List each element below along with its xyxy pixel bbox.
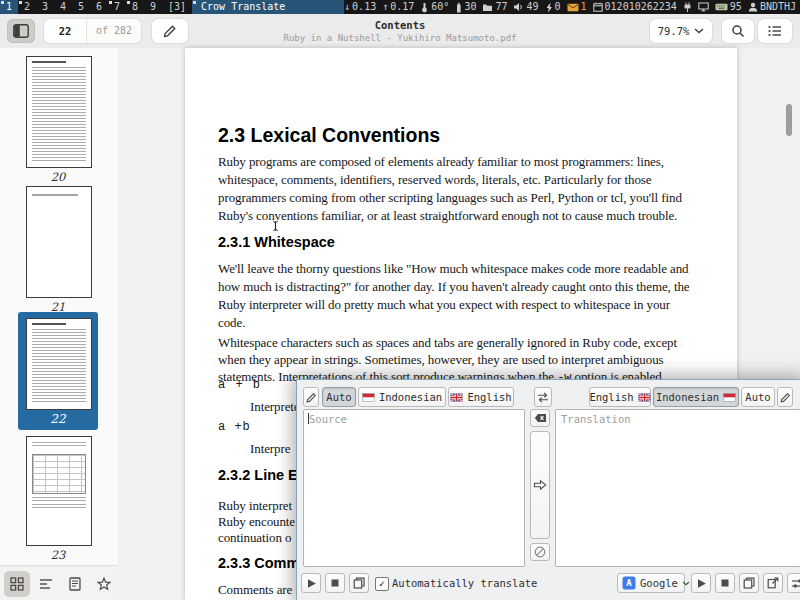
translate-button[interactable] [530,431,550,539]
sliders-icon [791,578,800,589]
keyboard-status: 95 [715,0,742,14]
copy-source-button[interactable] [349,573,369,593]
backspace-clear-icon [534,413,547,423]
stop-source-button[interactable] [325,573,345,593]
arrow-right-icon [533,478,547,492]
page-total-label: of 282 [86,19,141,43]
menu-list-icon [768,25,782,37]
source-lang-english-button[interactable]: English [448,387,514,407]
zoom-dropdown[interactable]: 79.7% [650,19,712,43]
disk-status: 77 [482,0,507,14]
battery-icon [455,2,462,13]
workspace-1[interactable]: 1 [0,0,18,14]
workspace-4[interactable]: 4 [54,0,72,14]
annotations-view-button[interactable] [62,571,88,597]
paragraph-line: We'll leave the thorny questions like "H… [218,261,688,277]
paragraph-line: Ruby's conventions familiar, or at least… [218,208,677,224]
stop-icon [330,578,340,588]
workspace-7[interactable]: 7 [108,0,126,14]
copy-to-source-button[interactable] [763,573,783,593]
swap-arrows-icon [537,392,549,403]
pencil-icon [306,392,317,403]
document-title: Contents [284,19,517,31]
workspace-8[interactable]: 8 [126,0,144,14]
grid-icon [10,577,24,591]
play-icon [306,578,317,589]
thumbnail-page-22[interactable] [26,318,92,410]
workspace-3[interactable]: 3 [36,0,54,14]
clear-source-button[interactable] [530,409,550,427]
calendar-icon [593,2,603,12]
translation-textarea[interactable] [555,409,800,567]
swap-languages-button[interactable] [534,387,552,407]
target-lang-english-button[interactable]: English [589,387,651,407]
stop-icon [720,578,730,588]
user-icon [748,2,758,12]
focused-window-title[interactable]: Crow Translate [192,0,344,14]
thumbnail-page-21[interactable] [26,186,92,298]
cancel-translation-button[interactable] [530,543,550,561]
thumbnail-sidebar: 20 21 22 23 [0,48,119,600]
google-translate-icon: A [622,576,636,590]
speak-source-button[interactable] [301,573,321,593]
auto-translate-label: Automatically translate [392,577,537,589]
paragraph-line: code. [218,315,245,331]
code-line: a + b [218,378,262,392]
vertical-scrollbar-thumb[interactable] [786,104,792,136]
sidebar-toggle-button[interactable] [7,19,35,43]
power-status: 0 [545,0,561,14]
target-edit-language-button[interactable] [777,387,793,407]
star-icon [97,577,111,591]
outline-view-button[interactable] [33,571,59,597]
user-status: BNDTHJ [748,0,796,14]
settings-button[interactable] [787,573,800,593]
chevron-down-icon [682,581,690,586]
copy-icon [353,577,365,589]
thumbnail-table [32,454,86,494]
layout-indicator[interactable]: [3] [162,0,192,14]
page-number-input[interactable]: 22 [44,19,86,43]
paragraph-line: whitespace, comments, identifiers, reser… [218,172,651,188]
text-caret [308,413,309,424]
bookmarks-view-button[interactable] [91,571,117,597]
paragraph-line: how much is distracting?" for another da… [218,279,690,295]
mail-status: 1 [567,0,587,14]
source-lang-indonesian-button[interactable]: Indonesian [358,387,446,407]
envelope-icon [567,3,579,12]
code-line: a +b [218,420,251,434]
paragraph-line-partial: Comments are [218,582,292,598]
annotate-button[interactable] [152,19,188,43]
source-edit-language-button[interactable] [303,387,319,407]
thumbnail-page-23[interactable] [26,436,92,546]
workspace-5[interactable]: 5 [72,0,90,14]
workspace-6[interactable]: 6 [90,0,108,14]
workspace-2[interactable]: 2 [18,0,36,14]
source-lang-auto-button[interactable]: Auto [322,387,356,407]
search-button[interactable] [722,19,754,43]
menu-button[interactable] [758,19,792,43]
text-cursor-ibeam [272,220,279,232]
datetime-status: 012010262234 [593,0,677,14]
thumbnail-page-20[interactable] [26,56,92,168]
copy-translation-button[interactable] [739,573,759,593]
paragraph-line: Whitespace characters such as spaces and… [218,335,677,351]
auto-translate-checkbox[interactable]: ✓ [375,577,389,591]
viewer-header-bar: 22 of 282 Contents Ruby in a Nutshell - … [0,14,800,49]
thumbnails-view-button[interactable] [4,571,30,597]
subsection-heading-partial: 2.3.2 Line En [218,467,307,483]
speak-translation-button[interactable] [691,573,711,593]
play-icon [696,578,707,589]
page-number-group: 22 of 282 [44,19,141,43]
crow-translate-window: Auto Indonesian English English Indonesi… [296,379,800,600]
engine-dropdown[interactable]: A Google [617,573,685,593]
workspace-9[interactable]: 9 [144,0,162,14]
temperature-status: 60° [420,0,449,14]
source-textarea[interactable] [303,409,525,567]
document-title-block: Contents Ruby in a Nutshell - Yukihiro M… [284,19,517,43]
pencil-icon [163,24,177,38]
export-icon [767,577,779,589]
paragraph-line: Ruby programs are composed of elements a… [218,154,664,170]
target-lang-auto-button[interactable]: Auto [741,387,775,407]
stop-translation-button[interactable] [715,573,735,593]
target-lang-indonesian-button[interactable]: Indonesian [653,387,739,407]
